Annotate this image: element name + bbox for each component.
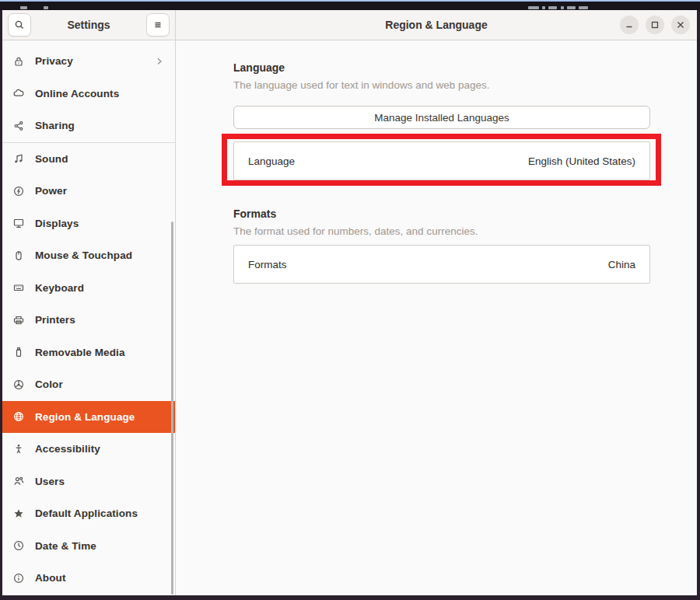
printer-icon [12, 314, 25, 326]
mouse-icon [12, 249, 25, 262]
sidebar-headerbar: Settings [2, 10, 176, 40]
sidebar-item-printers[interactable]: Printers [2, 304, 175, 337]
info-icon [12, 572, 25, 584]
accessibility-icon [12, 443, 25, 455]
window-body: Privacy Online Accounts [2, 40, 697, 595]
formats-section-title: Formats [233, 208, 650, 220]
manage-installed-languages-button[interactable]: Manage Installed Languages [233, 106, 650, 129]
panel-clock-fragment [542, 6, 545, 9]
sidebar-item-displays[interactable]: Displays [2, 208, 175, 240]
window-controls [620, 10, 690, 40]
sidebar-item-label: Default Applications [35, 508, 165, 519]
screen: Settings Region & Language [0, 0, 700, 600]
headerbar: Settings Region & Language [2, 10, 697, 40]
sidebar-item-label: Power [35, 185, 165, 197]
sidebar-item-sound[interactable]: Sound [2, 143, 175, 176]
sidebar-item-region-language[interactable]: Region & Language [2, 401, 175, 434]
sidebar-item-label: Sharing [35, 120, 165, 131]
minimize-button[interactable] [620, 16, 639, 34]
panel-clock-fragment [561, 6, 564, 9]
sidebar-item-label: Online Accounts [35, 88, 165, 99]
sidebar-item-label: About [35, 572, 165, 584]
formats-row[interactable]: Formats China [233, 245, 650, 284]
sidebar: Privacy Online Accounts [2, 40, 176, 595]
panel-clock-fragment [528, 6, 539, 9]
app-title: Settings [67, 19, 110, 31]
color-wheel-icon [12, 378, 25, 391]
page-title: Region & Language [385, 19, 487, 31]
language-row-value: English (United States) [528, 155, 635, 167]
sidebar-item-label: Mouse & Touchpad [35, 249, 165, 261]
maximize-button[interactable] [646, 16, 664, 34]
sidebar-item-label: Printers [35, 314, 165, 326]
sidebar-item-removable-media[interactable]: Removable Media [2, 337, 175, 369]
sidebar-item-color[interactable]: Color [2, 368, 175, 401]
clock-icon [12, 539, 25, 552]
language-row-label: Language [248, 155, 295, 167]
formats-section-description: The format used for numbers, dates, and … [233, 225, 650, 238]
sidebar-item-label: Region & Language [35, 411, 165, 423]
sidebar-item-date-time[interactable]: Date & Time [2, 530, 175, 563]
gnome-top-panel [0, 0, 700, 10]
sidebar-item-about[interactable]: About [2, 562, 175, 595]
chevron-right-icon [154, 56, 165, 67]
main-content: Language The language used for text in w… [176, 40, 697, 595]
sidebar-item-label: Accessibility [35, 443, 165, 455]
removable-media-icon [12, 346, 25, 358]
sidebar-item-power[interactable]: Power [2, 175, 175, 208]
users-icon [12, 475, 25, 487]
search-icon [13, 19, 26, 31]
panel-text-fragment [20, 6, 27, 9]
panel-text-fragment [44, 6, 48, 9]
language-section-description: The language used for text in windows an… [233, 79, 650, 92]
sidebar-item-privacy[interactable]: Privacy [2, 45, 175, 78]
sidebar-item-online-accounts[interactable]: Online Accounts [2, 78, 175, 110]
language-section-title: Language [233, 61, 650, 74]
display-icon [12, 217, 25, 229]
panel-clock-fragment [579, 6, 588, 9]
sidebar-item-label: Color [35, 378, 165, 390]
power-icon [12, 185, 25, 197]
music-note-icon [12, 152, 25, 165]
share-icon [12, 120, 25, 132]
sidebar-item-label: Removable Media [35, 347, 165, 358]
sidebar-item-label: Sound [35, 153, 165, 165]
close-button[interactable] [671, 16, 690, 34]
panel-clock-fragment [567, 6, 576, 9]
cloud-icon [12, 87, 25, 99]
search-button[interactable] [8, 13, 31, 37]
menu-button[interactable] [146, 13, 170, 37]
red-highlight-annotation: Language English (United States) [222, 134, 661, 186]
formats-row-label: Formats [248, 259, 287, 270]
sidebar-scrollbar[interactable] [171, 222, 173, 595]
sidebar-item-default-applications[interactable]: Default Applications [2, 497, 175, 530]
keyboard-icon [12, 281, 25, 294]
sidebar-item-users[interactable]: Users [2, 466, 175, 498]
hamburger-icon [152, 19, 164, 31]
formats-row-value: China [608, 259, 635, 270]
sidebar-item-label: Keyboard [35, 282, 165, 294]
sidebar-item-mouse-touchpad[interactable]: Mouse & Touchpad [2, 239, 175, 272]
globe-icon [12, 410, 25, 423]
sidebar-item-label: Privacy [35, 55, 154, 67]
sidebar-item-label: Displays [35, 218, 165, 229]
lock-icon [12, 55, 25, 68]
settings-window: Settings Region & Language [2, 10, 697, 595]
sidebar-item-label: Users [35, 476, 165, 487]
sidebar-item-label: Date & Time [35, 540, 165, 552]
main-headerbar: Region & Language [176, 10, 697, 40]
star-icon [12, 508, 25, 520]
language-row[interactable]: Language English (United States) [233, 141, 650, 180]
panel-clock-fragment [548, 6, 557, 9]
sidebar-item-keyboard[interactable]: Keyboard [2, 272, 175, 305]
sidebar-item-accessibility[interactable]: Accessibility [2, 433, 175, 466]
sidebar-item-sharing[interactable]: Sharing [2, 110, 175, 142]
